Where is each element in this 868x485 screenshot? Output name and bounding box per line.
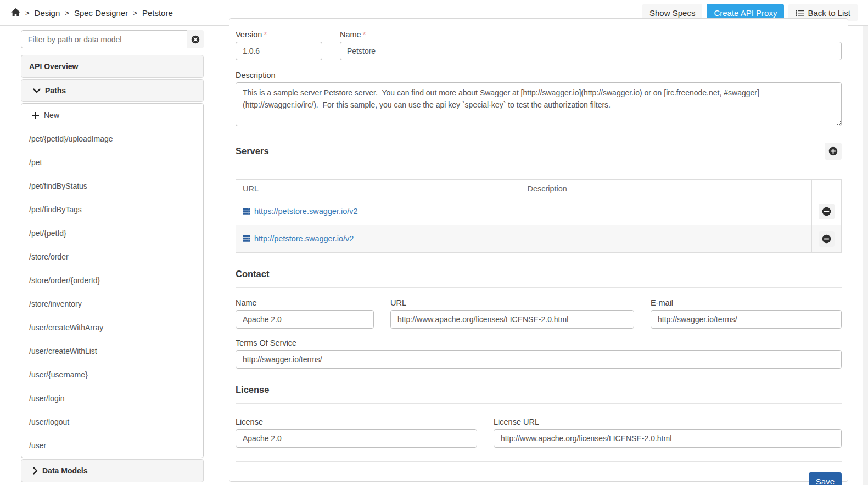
server-icon (243, 235, 250, 242)
contact-divider (236, 287, 842, 288)
remove-server-button[interactable] (819, 231, 835, 247)
filter-input[interactable] (21, 30, 187, 48)
server-row: https://petstore.swagger.io/v2 (236, 198, 842, 225)
server-description-cell (520, 225, 812, 253)
sidebar-path-item[interactable]: /pet/findByTags (21, 198, 203, 222)
name-field[interactable] (340, 42, 842, 60)
back-to-list-label: Back to List (808, 8, 850, 18)
server-url-text: http://petstore.swagger.io/v2 (254, 234, 354, 243)
license-heading: License (236, 385, 842, 395)
sidebar-path-item[interactable]: /store/inventory (21, 292, 203, 316)
version-field[interactable] (236, 42, 322, 60)
description-column-header: Description (520, 180, 812, 198)
sidebar-path-item[interactable]: /store/order (21, 245, 203, 269)
version-label: Version* (236, 30, 322, 39)
sidebar-path-item[interactable]: /pet (21, 151, 203, 174)
license-name-label: License (236, 418, 477, 426)
contact-name-label: Name (236, 298, 374, 307)
sidebar-path-item[interactable]: /pet/{petId}/uploadImage (21, 127, 203, 151)
remove-server-button[interactable] (819, 204, 835, 219)
servers-table: URL Description (236, 179, 842, 253)
servers-heading: Servers (236, 146, 269, 156)
sidebar-path-item[interactable]: /user/logout (21, 410, 203, 434)
servers-section: Servers URL Description (236, 143, 842, 253)
contact-email-field[interactable] (651, 310, 842, 329)
version-name-row: Version* Name* (236, 30, 842, 60)
sidebar-path-item[interactable]: /pet/{petId} (21, 222, 203, 245)
footer-row: Save (236, 472, 842, 485)
required-asterisk: * (363, 30, 366, 39)
sidebar: API Overview Paths New /pet/{petId}/uplo… (21, 30, 204, 483)
minus-circle-icon (822, 207, 831, 216)
sidebar-path-item[interactable]: /user/createWithArray (21, 316, 203, 340)
contact-url-field[interactable] (390, 310, 634, 329)
clear-circle-icon (191, 35, 200, 44)
new-path-label: New (44, 110, 59, 121)
contact-section: Contact Name URL E-mail Terms Of Service (236, 269, 842, 369)
breadcrumb-separator: > (25, 9, 30, 17)
breadcrumb-spec-designer[interactable]: Spec Designer (74, 8, 128, 18)
chevron-right-icon (33, 467, 38, 475)
breadcrumb-design[interactable]: Design (35, 8, 60, 18)
breadcrumb-separator: > (133, 9, 137, 17)
filter-clear-button[interactable] (187, 30, 204, 48)
path-list: New /pet/{petId}/uploadImage /pet /pet/f… (21, 103, 204, 458)
license-url-label: License URL (494, 418, 842, 426)
add-server-button[interactable] (825, 143, 842, 160)
save-button[interactable]: Save (809, 472, 842, 485)
license-name-field[interactable] (236, 429, 477, 448)
terms-of-service-field[interactable] (236, 350, 842, 369)
data-models-label: Data Models (42, 466, 87, 475)
url-column-header: URL (236, 180, 520, 198)
server-row: http://petstore.swagger.io/v2 (236, 225, 842, 253)
server-url-text: https://petstore.swagger.io/v2 (254, 207, 358, 216)
sidebar-path-item[interactable]: /store/order/{orderId} (21, 269, 203, 292)
server-icon (243, 208, 250, 215)
description-field[interactable]: This is a sample server Petstore server.… (236, 82, 842, 126)
actions-column-header (812, 180, 842, 198)
server-url-link[interactable]: https://petstore.swagger.io/v2 (243, 207, 358, 216)
description-block: Description This is a sample server Pets… (236, 71, 842, 128)
contact-email-label: E-mail (651, 298, 842, 307)
home-icon[interactable] (11, 8, 20, 17)
sidebar-path-item[interactable]: /user/createWithList (21, 340, 203, 363)
plus-icon (32, 112, 39, 119)
servers-table-header-row: URL Description (236, 180, 842, 198)
name-label: Name* (340, 30, 842, 39)
server-url-link[interactable]: http://petstore.swagger.io/v2 (243, 234, 354, 243)
breadcrumb-separator: > (65, 9, 69, 17)
minus-circle-icon (822, 234, 831, 244)
required-asterisk: * (264, 30, 267, 39)
sidebar-section-data-models[interactable]: Data Models (21, 459, 204, 482)
contact-url-label: URL (390, 298, 634, 307)
breadcrumb: > Design > Spec Designer > Petstore (0, 8, 173, 18)
plus-circle-icon (828, 146, 838, 156)
license-section: License License License URL (236, 385, 842, 448)
footer-divider (236, 461, 842, 462)
vertical-scrollbar[interactable] (863, 26, 868, 485)
server-description-cell (520, 198, 812, 225)
contact-heading: Contact (236, 269, 842, 279)
sidebar-path-item[interactable]: /user/login (21, 387, 203, 410)
breadcrumb-petstore: Petstore (142, 8, 173, 18)
new-path-button[interactable]: New (21, 104, 203, 127)
paths-label: Paths (45, 86, 66, 95)
servers-divider (236, 168, 842, 168)
sidebar-path-item[interactable]: /user (21, 434, 203, 458)
license-url-field[interactable] (494, 429, 842, 448)
contact-name-field[interactable] (236, 310, 374, 329)
sidebar-path-item[interactable]: /user/{username} (21, 363, 203, 387)
license-divider (236, 403, 842, 404)
sidebar-section-paths[interactable]: Paths (21, 79, 204, 102)
sidebar-item-api-overview[interactable]: API Overview (21, 55, 204, 78)
list-icon (796, 9, 804, 16)
terms-of-service-label: Terms Of Service (236, 339, 842, 347)
sidebar-path-item[interactable]: /pet/findByStatus (21, 174, 203, 198)
chevron-down-icon (33, 88, 41, 93)
filter-row (21, 30, 204, 48)
spec-overview-form: Version* Name* Description This is a sam… (229, 18, 848, 482)
api-overview-label: API Overview (29, 62, 79, 71)
description-label: Description (236, 71, 842, 80)
